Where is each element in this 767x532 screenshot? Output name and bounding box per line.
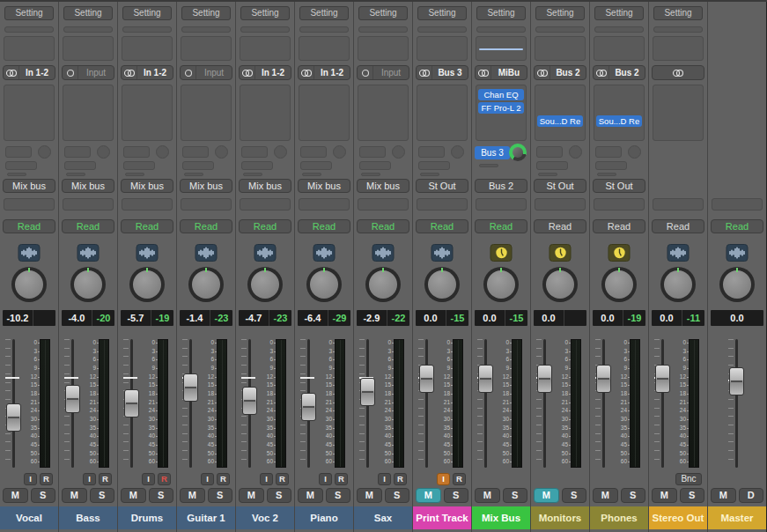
input-monitor-button[interactable]: I [201, 473, 214, 485]
input-monitor-button[interactable]: I [319, 473, 332, 485]
automation-mode-button[interactable]: Read [239, 219, 291, 233]
mute-button[interactable]: M [62, 488, 87, 503]
output-slot[interactable]: St Out [534, 179, 586, 193]
send-slot-placeholder[interactable] [182, 146, 209, 158]
audio-fx-box[interactable] [63, 85, 114, 141]
solo-button[interactable]: S [385, 488, 410, 503]
track-name[interactable]: Bass [59, 506, 117, 529]
volume-value[interactable]: 0.0 [593, 310, 623, 326]
fader-track[interactable] [602, 339, 605, 468]
setting-button[interactable]: Setting [476, 6, 526, 20]
solo-button[interactable]: S [680, 488, 705, 503]
solo-button[interactable]: S [90, 488, 115, 503]
track-name[interactable]: Stereo Out [649, 506, 707, 529]
eq-thumbnail[interactable] [358, 36, 409, 61]
volume-value[interactable]: 0.0 [652, 310, 682, 326]
output-slot[interactable]: Mix bus [298, 179, 350, 193]
audio-fx-box[interactable] [653, 85, 704, 141]
volume-display[interactable]: 0.0 -15 [416, 310, 468, 326]
setting-button[interactable]: Setting [594, 6, 644, 20]
setting-button[interactable]: Setting [417, 6, 467, 20]
send-mini-slot[interactable] [536, 161, 568, 170]
peak-value[interactable]: -23 [210, 310, 232, 326]
input-slot[interactable]: In 1-2 [3, 65, 55, 80]
pan-knob[interactable] [424, 267, 460, 302]
audio-fx-box[interactable] [417, 85, 468, 141]
plugin-slot[interactable]: Sou...D Re [596, 115, 642, 127]
fader-cap[interactable] [242, 387, 257, 415]
record-button[interactable]: R [394, 473, 407, 485]
automation-mode-button[interactable]: Read [298, 219, 350, 233]
setting-button[interactable]: Setting [299, 6, 349, 20]
volume-value[interactable]: 0.0 [711, 310, 763, 326]
pan-knob[interactable] [129, 267, 165, 302]
eq-thumbnail[interactable] [122, 36, 173, 61]
automation-mode-button[interactable]: Read [593, 219, 645, 233]
pan-knob[interactable] [601, 267, 637, 302]
volume-display[interactable]: -6.4 -29 [298, 310, 350, 326]
record-button[interactable]: R [40, 473, 53, 485]
fader-track[interactable] [425, 339, 428, 468]
fader-cap[interactable] [655, 365, 670, 393]
track-name[interactable]: Monitors [531, 506, 589, 529]
setting-button[interactable]: Setting [181, 6, 231, 20]
pan-knob[interactable] [70, 267, 106, 302]
pan-knob[interactable] [11, 267, 47, 302]
mute-button[interactable]: M [3, 488, 28, 503]
setting-button[interactable]: Setting [535, 6, 585, 20]
automation-mode-button[interactable]: Read [711, 219, 763, 233]
audio-fx-box[interactable] [181, 85, 232, 141]
peak-value[interactable]: -23 [269, 310, 291, 326]
bounce-button[interactable]: Bnc [675, 473, 702, 485]
track-name[interactable]: Piano [295, 506, 353, 529]
fader-track[interactable] [735, 339, 738, 468]
eq-thumbnail[interactable] [63, 36, 114, 61]
setting-button[interactable]: Setting [358, 6, 408, 20]
volume-value[interactable]: -10.2 [3, 310, 33, 326]
volume-display[interactable]: 0.0 [534, 310, 586, 326]
fader-cap[interactable] [419, 365, 434, 393]
track-name[interactable]: Vocal [0, 506, 58, 529]
input-monitor-button[interactable]: I [83, 473, 96, 485]
group-slot[interactable] [594, 198, 645, 211]
solo-button[interactable]: S [208, 488, 233, 503]
mute-button[interactable]: M [593, 488, 618, 503]
fader-cap[interactable] [183, 373, 198, 402]
pan-knob[interactable] [542, 267, 578, 302]
volume-display[interactable]: 0.0 -15 [475, 310, 527, 326]
track-name[interactable]: Guitar 1 [177, 506, 235, 529]
send-slot-placeholder[interactable] [536, 146, 563, 158]
volume-value[interactable]: 0.0 [534, 310, 564, 326]
send-mini-slot[interactable] [182, 161, 214, 170]
track-name[interactable]: Sax [354, 506, 412, 529]
eq-thumbnail[interactable] [594, 36, 645, 61]
send-mini-slot[interactable] [595, 161, 627, 170]
volume-value[interactable]: -6.4 [298, 310, 328, 326]
volume-display[interactable]: -4.0 -20 [62, 310, 114, 326]
send-mini-slot[interactable] [5, 161, 37, 170]
group-slot[interactable] [240, 198, 291, 211]
send-mini-slot[interactable] [64, 161, 96, 170]
automation-mode-button[interactable]: Read [3, 219, 55, 233]
volume-value[interactable]: 0.0 [416, 310, 446, 326]
volume-value[interactable]: 0.0 [475, 310, 505, 326]
eq-thumbnail[interactable] [181, 36, 232, 61]
output-slot[interactable]: Mix bus [357, 179, 409, 193]
peak-value[interactable]: -22 [387, 310, 409, 326]
audio-fx-box[interactable] [4, 85, 55, 141]
fader-track[interactable] [543, 339, 546, 468]
mute-button[interactable]: M [416, 488, 441, 503]
eq-thumbnail[interactable] [535, 36, 586, 61]
volume-display[interactable]: -5.7 -19 [121, 310, 173, 326]
plugin-slot[interactable]: Sou...D Re [537, 115, 583, 127]
send-slot-placeholder[interactable] [595, 146, 622, 158]
input-slot[interactable]: In 1-2 [298, 65, 350, 80]
group-slot[interactable] [653, 198, 704, 211]
send-mini-slot[interactable] [359, 161, 391, 170]
fader-track[interactable] [189, 339, 192, 468]
solo-button[interactable]: S [444, 488, 469, 503]
peak-value[interactable] [33, 310, 55, 326]
output-slot[interactable]: St Out [416, 179, 468, 193]
send-slot-placeholder[interactable] [64, 146, 91, 158]
solo-button[interactable]: S [562, 488, 587, 503]
